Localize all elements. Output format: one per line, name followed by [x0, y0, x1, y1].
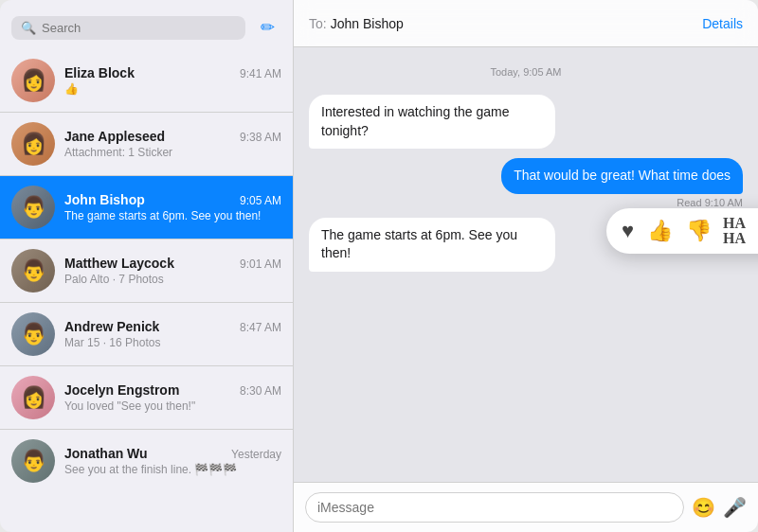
chat-recipient: To: John Bishop — [309, 16, 404, 31]
conv-time-jocelyn-engstrom: 8:30 AM — [240, 384, 281, 398]
conv-preview-jane-appleseed: Attachment: 1 Sticker — [64, 146, 281, 159]
conversation-item-andrew-penick[interactable]: 👨Andrew Penick8:47 AMMar 15 · 16 Photos — [0, 303, 293, 365]
conv-name-andrew-penick: Andrew Penick — [64, 319, 159, 334]
conv-time-eliza-block: 9:41 AM — [240, 67, 281, 80]
emoji-button[interactable]: 😊 — [692, 496, 715, 519]
audio-button[interactable]: 🎤 — [723, 496, 747, 519]
chat-area: To: John Bishop Details Today, 9:05 AM I… — [294, 0, 758, 532]
avatar-jocelyn-engstrom: 👩 — [11, 376, 55, 419]
message-row-msg2: That would be great! What time doesRead … — [309, 158, 743, 208]
search-input[interactable] — [42, 21, 236, 35]
conv-time-matthew-laycock: 9:01 AM — [240, 257, 281, 271]
details-button[interactable]: Details — [702, 16, 743, 31]
conv-name-eliza-block: Eliza Block — [64, 65, 135, 80]
conversation-item-jonathan-wu[interactable]: 👨Jonathan WuYesterdaySee you at the fini… — [0, 430, 293, 492]
avatar-matthew-laycock: 👨 — [11, 249, 55, 293]
avatar-jonathan-wu: 👨 — [11, 439, 55, 483]
conv-preview-jonathan-wu: See you at the finish line. 🏁🏁🏁 — [64, 463, 281, 476]
tapback-haha[interactable]: HAHA — [723, 216, 746, 246]
sidebar-header: 🔍 ✏ — [0, 0, 293, 49]
avatar-john-bishop: 👨 — [11, 186, 55, 229]
conversation-item-matthew-laycock[interactable]: 👨Matthew Laycock9:01 AMPalo Alto · 7 Pho… — [0, 239, 293, 302]
tapback-popup: ♥ 👍 👎 HAHA !! ? — [606, 208, 758, 254]
sidebar: 🔍 ✏ 👩Eliza Block9:41 AM👍👩Jane Appleseed9… — [0, 0, 294, 532]
conv-preview-john-bishop: The game starts at 6pm. See you then! — [64, 209, 281, 222]
message-input[interactable] — [317, 500, 672, 515]
recipient-name: John Bishop — [331, 16, 404, 31]
messages-container: Today, 9:05 AM Interested in watching th… — [294, 47, 758, 482]
conversation-item-jocelyn-engstrom[interactable]: 👩Jocelyn Engstrom8:30 AMYou loved "See y… — [0, 366, 293, 429]
conv-time-jonathan-wu: Yesterday — [231, 448, 281, 461]
conv-time-andrew-penick: 8:47 AM — [240, 321, 281, 334]
conv-name-john-bishop: John Bishop — [64, 192, 145, 207]
search-icon: 🔍 — [21, 21, 36, 35]
compose-button[interactable]: ✏ — [253, 13, 281, 42]
conv-preview-matthew-laycock: Palo Alto · 7 Photos — [64, 273, 281, 286]
conv-time-john-bishop: 9:05 AM — [240, 194, 281, 207]
bubble-msg3[interactable]: The game starts at 6pm. See you then! — [309, 218, 555, 272]
conversation-list: 👩Eliza Block9:41 AM👍👩Jane Appleseed9:38 … — [0, 49, 293, 532]
tapback-heart[interactable]: ♥ — [620, 219, 636, 243]
search-bar[interactable]: 🔍 — [11, 16, 245, 40]
chat-input-area: 😊 🎤 — [294, 482, 758, 532]
conversation-item-john-bishop[interactable]: 👨John Bishop9:05 AMThe game starts at 6p… — [0, 176, 293, 239]
avatar-eliza-block: 👩 — [11, 59, 55, 102]
to-label: To: — [309, 16, 327, 31]
conversation-item-jane-appleseed[interactable]: 👩Jane Appleseed9:38 AMAttachment: 1 Stic… — [0, 113, 293, 175]
avatar-andrew-penick: 👨 — [11, 312, 55, 356]
avatar-jane-appleseed: 👩 — [11, 122, 55, 166]
tapback-thumbsdown[interactable]: 👎 — [684, 219, 713, 243]
conv-time-jane-appleseed: 9:38 AM — [240, 131, 281, 144]
tapback-thumbsup[interactable]: 👍 — [645, 219, 675, 243]
conv-name-matthew-laycock: Matthew Laycock — [64, 256, 174, 271]
read-receipt: Read 9:10 AM — [677, 197, 743, 208]
conv-preview-andrew-penick: Mar 15 · 16 Photos — [64, 336, 281, 349]
timestamp-label: Today, 9:05 AM — [309, 66, 743, 78]
conv-name-jocelyn-engstrom: Jocelyn Engstrom — [64, 382, 179, 398]
bubble-msg1[interactable]: Interested in watching the game tonight? — [309, 95, 555, 149]
conv-name-jonathan-wu: Jonathan Wu — [64, 446, 148, 461]
message-row-msg1: Interested in watching the game tonight? — [309, 95, 743, 149]
bubble-msg2[interactable]: That would be great! What time does — [501, 158, 743, 194]
conv-name-jane-appleseed: Jane Appleseed — [64, 129, 165, 144]
chat-header: To: John Bishop Details — [294, 0, 758, 47]
message-input-wrap[interactable] — [305, 492, 684, 523]
conversation-item-eliza-block[interactable]: 👩Eliza Block9:41 AM👍 — [0, 49, 293, 112]
conv-preview-eliza-block: 👍 — [64, 82, 281, 96]
conv-preview-jocelyn-engstrom: You loved "See you then!" — [64, 399, 281, 413]
